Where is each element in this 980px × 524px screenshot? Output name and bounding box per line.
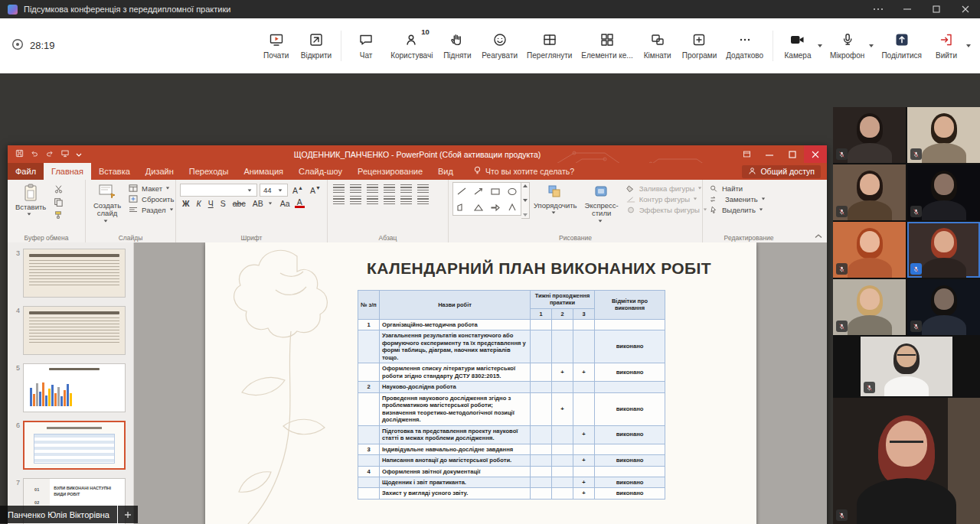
reset-button[interactable]: Сбросить	[128, 194, 176, 203]
slideshow-icon[interactable]	[60, 149, 70, 159]
shape-outline-button[interactable]: Контур фигуры	[626, 194, 710, 203]
window-close-button[interactable]	[951, 0, 980, 18]
increase-indent-icon[interactable]	[384, 184, 395, 193]
raise-hand-button[interactable]: Підняти	[437, 24, 477, 68]
ppt-share-button[interactable]: Общий доступ	[742, 165, 821, 178]
chat-button[interactable]: Чат	[346, 24, 386, 68]
tab-view[interactable]: Вид	[430, 163, 461, 180]
slide-thumbnail-3[interactable]	[23, 249, 126, 298]
shadow-button[interactable]: S	[218, 199, 228, 208]
bullets-icon[interactable]	[333, 184, 345, 193]
decrease-indent-icon[interactable]	[367, 184, 378, 193]
layout-button[interactable]: Макет	[128, 184, 176, 193]
ppt-ribbon-options-icon[interactable]	[735, 145, 758, 163]
paste-button[interactable]: Вставить	[11, 182, 50, 217]
slide-canvas[interactable]: КАЛЕНДАРНИЙ ПЛАН ВИКОНАНИХ РОБІТ № з/п Н…	[205, 242, 756, 524]
tab-transitions[interactable]: Переходы	[181, 163, 237, 180]
font-color-button[interactable]: А	[295, 198, 305, 208]
open-button[interactable]: Відкрити	[296, 24, 336, 68]
quick-access-chevron-icon[interactable]	[76, 150, 82, 159]
tab-file[interactable]: Файл	[8, 163, 44, 180]
new-slide-button[interactable]: Создать слайд	[90, 182, 125, 224]
ppt-close-button[interactable]	[804, 145, 827, 163]
apps-button[interactable]: Програми	[678, 24, 722, 68]
window-minimize-button[interactable]	[893, 0, 922, 18]
microphone-button[interactable]: Мікрофон	[825, 24, 869, 68]
rooms-button[interactable]: Кімнати	[638, 24, 678, 68]
control-elements-button[interactable]: Елементи ке...	[577, 24, 637, 68]
leave-button[interactable]: Вийти	[926, 24, 966, 68]
columns-icon[interactable]	[400, 196, 412, 204]
share-button[interactable]: Поділитися	[877, 24, 926, 68]
ppt-minimize-button[interactable]	[758, 145, 781, 163]
line-spacing-icon[interactable]	[400, 184, 412, 193]
participant-video-9[interactable]	[861, 337, 952, 396]
strikethrough-button[interactable]: abc	[230, 199, 248, 208]
participant-video-4[interactable]	[907, 164, 980, 220]
tab-design[interactable]: Дизайн	[138, 163, 181, 180]
tab-insert[interactable]: Вставка	[91, 163, 138, 180]
copy-icon[interactable]	[52, 197, 64, 207]
increase-font-icon[interactable]: А▲	[290, 185, 305, 195]
redo-icon[interactable]	[45, 149, 54, 159]
bold-button[interactable]: Ж	[180, 199, 192, 208]
change-case-button[interactable]: Аа	[278, 199, 292, 208]
align-right-icon[interactable]	[367, 196, 378, 204]
slide-thumbnail-6-selected[interactable]	[23, 421, 126, 470]
participant-video-7[interactable]	[833, 279, 906, 335]
view-button[interactable]: Переглянути	[522, 24, 577, 68]
find-button[interactable]: Найти	[708, 184, 791, 193]
tab-review[interactable]: Рецензирование	[350, 163, 430, 180]
slide-thumbnail-4[interactable]	[23, 306, 126, 355]
tab-home[interactable]: Главная	[44, 163, 91, 180]
undo-icon[interactable]	[30, 149, 39, 159]
char-spacing-button[interactable]: АВ	[250, 199, 266, 208]
select-button[interactable]: Выделить	[708, 205, 791, 214]
smartart-convert-icon[interactable]	[417, 196, 429, 204]
more-button[interactable]: Додатково	[721, 24, 768, 68]
tab-animations[interactable]: Анимация	[236, 163, 291, 180]
font-name-combobox[interactable]	[180, 184, 257, 197]
format-painter-icon[interactable]	[52, 210, 64, 220]
shape-fill-button[interactable]: Заливка фигуры	[626, 184, 710, 193]
pin-add-button[interactable]	[118, 506, 138, 523]
ppt-maximize-button[interactable]	[781, 145, 804, 163]
react-button[interactable]: Реагувати	[477, 24, 522, 68]
shapes-scroll[interactable]	[521, 182, 530, 219]
participant-video-5[interactable]	[833, 222, 906, 278]
slide-title[interactable]: КАЛЕНДАРНИЙ ПЛАН ВИКОНАНИХ РОБІТ	[335, 259, 743, 278]
microphone-options-chevron-icon[interactable]	[869, 44, 874, 47]
participant-video-10[interactable]	[833, 398, 980, 524]
tell-me-search[interactable]: Что вы хотите сделать?	[473, 166, 574, 177]
align-center-icon[interactable]	[350, 196, 361, 204]
window-maximize-button[interactable]	[922, 0, 951, 18]
arrange-button[interactable]: Упорядочить	[530, 182, 581, 216]
participant-video-2[interactable]	[907, 107, 980, 163]
collapse-ribbon-icon[interactable]	[815, 233, 822, 241]
italic-button[interactable]: К	[194, 199, 204, 208]
camera-button[interactable]: Камера	[778, 24, 818, 68]
shapes-gallery[interactable]	[452, 182, 521, 216]
participant-video-8[interactable]	[907, 279, 980, 335]
leave-options-chevron-icon[interactable]	[966, 44, 971, 47]
window-more-button[interactable]	[864, 0, 893, 18]
section-button[interactable]: Раздел	[128, 205, 176, 214]
start-button[interactable]: Почати	[256, 24, 296, 68]
save-icon[interactable]	[15, 149, 24, 159]
replace-button[interactable]: Заменить	[708, 194, 791, 203]
underline-button[interactable]: Ч	[206, 199, 216, 208]
font-size-combobox[interactable]: 44	[260, 184, 288, 197]
participant-video-6-active-speaker[interactable]	[907, 222, 980, 278]
align-left-icon[interactable]	[333, 196, 345, 204]
numbering-icon[interactable]	[350, 184, 361, 193]
work-plan-table[interactable]: № з/п Назви робіт Тижні проходження прак…	[358, 290, 665, 500]
justify-icon[interactable]	[384, 196, 395, 204]
participants-button[interactable]: 10 Користувачі	[386, 24, 437, 68]
slide-thumbnail-5[interactable]	[23, 363, 126, 412]
participant-video-3[interactable]	[833, 164, 906, 220]
tab-slideshow[interactable]: Слайд-шоу	[291, 163, 350, 180]
shape-effects-button[interactable]: Эффекты фигуры	[626, 205, 710, 214]
decrease-font-icon[interactable]: А▼	[308, 185, 323, 195]
quick-styles-button[interactable]: Экспресс-стили	[581, 182, 622, 224]
camera-options-chevron-icon[interactable]	[818, 44, 822, 47]
